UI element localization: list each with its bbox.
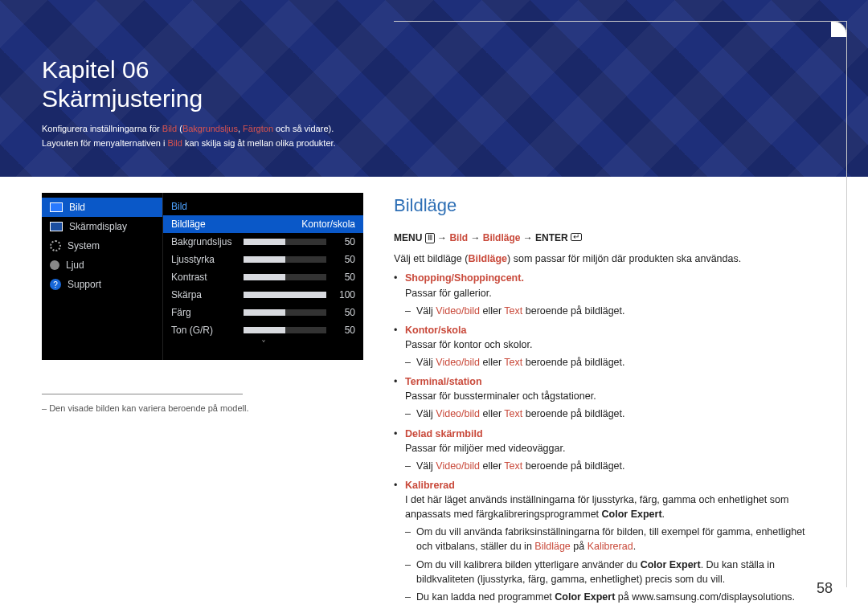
osd-slider-fill xyxy=(244,327,285,333)
osd-slider-f-rg[interactable]: Färg50 xyxy=(171,304,355,321)
osd-slider-value: 50 xyxy=(333,307,355,318)
mode-sublist: Välj Video/bild eller Text beroende på b… xyxy=(405,459,820,473)
arrow-icon: → xyxy=(437,232,447,243)
text: Välj ett bildläge ( xyxy=(394,253,468,264)
enter-icon xyxy=(571,233,582,241)
osd-slider-fill xyxy=(244,274,285,280)
osd-slider-kontrast[interactable]: Kontrast50 xyxy=(171,268,355,286)
mode-title: Terminal/station xyxy=(405,376,482,387)
mode-item: Terminal/stationPassar för bussterminale… xyxy=(394,374,820,421)
osd-slider-fill xyxy=(244,256,285,263)
osd-slider-track xyxy=(244,327,326,333)
hl-videobild: Video/bild xyxy=(436,305,480,317)
text: Konfigurera inställningarna för xyxy=(42,124,162,133)
gear-icon xyxy=(50,240,61,251)
text: Välj xyxy=(416,305,436,317)
osd-slider-ljusstyrka[interactable]: Ljusstyrka50 xyxy=(171,251,355,268)
path-menu-label: MENU xyxy=(394,232,422,243)
text: Layouten för menyalternativen i xyxy=(42,138,168,148)
hl-bild: Bild xyxy=(162,124,177,133)
text: beroende på bildläget. xyxy=(522,408,624,419)
hl-videobild: Video/bild xyxy=(436,460,480,472)
page-frame-top xyxy=(394,21,847,22)
content-body: Bildläge MENU Ⅲ → Bild → Bildläge → ENTE… xyxy=(394,193,820,604)
osd-left-item-ljud[interactable]: Ljud xyxy=(42,255,162,275)
osd-left-label: System xyxy=(68,240,100,251)
osd-slider-fill xyxy=(244,239,285,245)
text: och så vidare). xyxy=(273,124,334,133)
osd-slider-sk-rpa[interactable]: Skärpa100 xyxy=(171,286,355,304)
mode-title: Kontor/skola xyxy=(405,325,466,336)
bold-color-expert: Color Expert xyxy=(602,509,662,520)
menu-icon: Ⅲ xyxy=(425,233,435,243)
path-bild: Bild xyxy=(449,232,468,243)
osd-slider-value: 50 xyxy=(333,272,355,283)
osd-slider-bakgrundsljus[interactable]: Bakgrundsljus50 xyxy=(171,233,355,251)
osd-slider-track xyxy=(244,292,326,298)
hl-videobild: Video/bild xyxy=(436,357,480,368)
speaker-icon xyxy=(50,260,59,270)
osd-slider-track xyxy=(244,239,326,245)
hl-bild: Bild xyxy=(168,138,182,148)
text: beroende på bildläget. xyxy=(522,305,624,317)
picture-icon xyxy=(50,222,63,231)
mode-desc: Passar för gallerior. xyxy=(405,286,820,300)
osd-left-item-support[interactable]: ?Support xyxy=(42,275,162,294)
footnote-rule xyxy=(42,394,243,394)
osd-slider-label: Skärpa xyxy=(171,289,244,300)
page-frame-right xyxy=(846,21,847,587)
mode-sublist: Välj Video/bild eller Text beroende på b… xyxy=(405,407,820,421)
chapter-header: Kapitel 06 Skärmjustering Konfigurera in… xyxy=(42,56,336,148)
hl-text: Text xyxy=(504,460,522,472)
path-bildlage: Bildläge xyxy=(483,232,521,243)
mode-subitem: Om du vill kalibrera bilden ytterligare … xyxy=(405,558,820,586)
text: kan skilja sig åt mellan olika produkter… xyxy=(182,138,336,148)
chapter-title: Skärmjustering xyxy=(42,85,336,112)
osd-right-header: Bild xyxy=(171,198,355,215)
chevron-down-icon[interactable]: ˅ xyxy=(171,339,355,353)
osd-slider-fill xyxy=(244,292,326,298)
hl-bildlage: Bildläge xyxy=(468,253,507,264)
hl-videobild: Video/bild xyxy=(436,408,480,419)
page-number: 58 xyxy=(817,580,833,597)
hl-kalibrerad: Kalibrerad xyxy=(588,541,633,552)
osd-slider-track xyxy=(244,309,326,316)
osd-option-label: Bildläge xyxy=(171,219,244,230)
mode-subitem: Välj Video/bild eller Text beroende på b… xyxy=(405,355,820,370)
lead-text: Välj ett bildläge (Bildläge) som passar … xyxy=(394,251,820,266)
mode-item: Shopping/Shoppingcent.Passar för galleri… xyxy=(394,271,820,317)
osd-left-item-system[interactable]: System xyxy=(42,236,162,255)
text: eller xyxy=(480,460,504,472)
osd-left-label: Support xyxy=(68,279,101,290)
mode-subitem: Du kan ladda ned programmet Color Expert… xyxy=(405,590,820,604)
osd-slider-value: 50 xyxy=(333,325,355,336)
picture-icon xyxy=(50,202,63,212)
mode-desc: Passar för bussterminaler och tågstation… xyxy=(405,389,820,403)
osd-option-bildlage[interactable]: Bildläge Kontor/skola xyxy=(163,215,363,233)
osd-option-value: Kontor/skola xyxy=(301,219,355,230)
chapter-number: Kapitel 06 xyxy=(42,56,336,84)
arrow-icon: → xyxy=(470,232,480,243)
hl-bakgrundsljus: Bakgrundsljus xyxy=(182,124,238,133)
path-enter-label: ENTER xyxy=(535,232,568,243)
osd-slider-track xyxy=(244,256,326,263)
text: ( xyxy=(177,124,182,133)
mode-subitem: Om du vill använda fabriksinställningarn… xyxy=(405,525,820,554)
text: eller xyxy=(480,305,504,317)
osd-slider-label: Bakgrundsljus xyxy=(171,236,244,247)
arrow-icon: → xyxy=(523,232,533,243)
osd-left-label: Ljud xyxy=(66,260,84,271)
section-heading: Bildläge xyxy=(394,193,820,219)
osd-slider-ton-g-r-[interactable]: Ton (G/R)50 xyxy=(171,321,355,339)
osd-slider-value: 100 xyxy=(333,289,355,300)
mode-list: Shopping/Shoppingcent.Passar för galleri… xyxy=(394,271,820,604)
osd-left-label: Skärmdisplay xyxy=(69,221,127,232)
mode-title: Kalibrerad xyxy=(405,480,455,491)
osd-left-item-bild[interactable]: Bild xyxy=(42,198,162,217)
mode-item-kalibrerad: KalibreradI det här läget används instäl… xyxy=(394,478,820,604)
mode-sublist: Välj Video/bild eller Text beroende på b… xyxy=(405,304,820,318)
osd-slider-label: Färg xyxy=(171,307,244,318)
bold-color-expert: Color Expert xyxy=(555,591,615,603)
text: beroende på bildläget. xyxy=(522,357,624,368)
osd-left-item-skärmdisplay[interactable]: Skärmdisplay xyxy=(42,217,162,236)
